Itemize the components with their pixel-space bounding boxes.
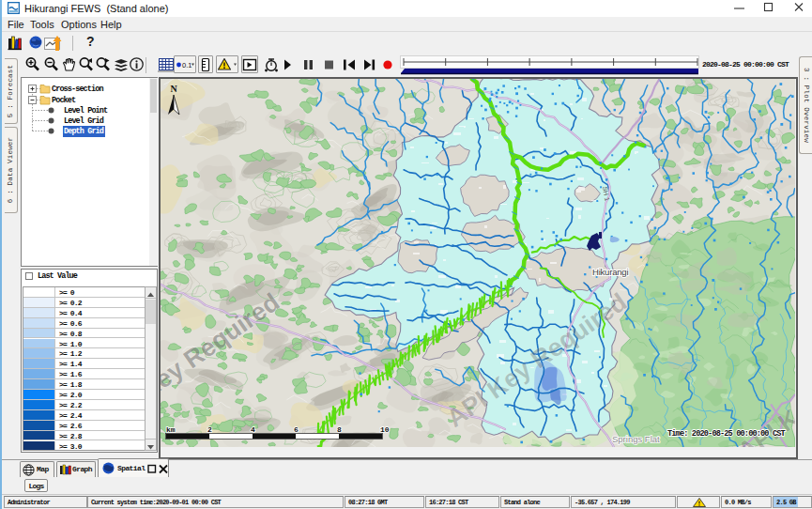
svg-text:10: 10 — [380, 425, 390, 434]
svg-text:0.1: 0.1 — [182, 61, 192, 69]
svg-text:N: N — [170, 84, 177, 94]
svg-text:Hikurangi: Hikurangi — [592, 267, 628, 277]
svg-text:km: km — [166, 425, 176, 434]
svg-text:6: 6 — [294, 425, 299, 434]
svg-text:2: 2 — [207, 425, 212, 434]
svg-text:Springs Flat: Springs Flat — [612, 434, 660, 444]
svg-text:Time: 2020-08-25 00:00:00 CST: Time: 2020-08-25 00:00:00 CST — [667, 429, 786, 439]
svg-text:8: 8 — [337, 425, 342, 434]
svg-text:4: 4 — [251, 425, 255, 434]
